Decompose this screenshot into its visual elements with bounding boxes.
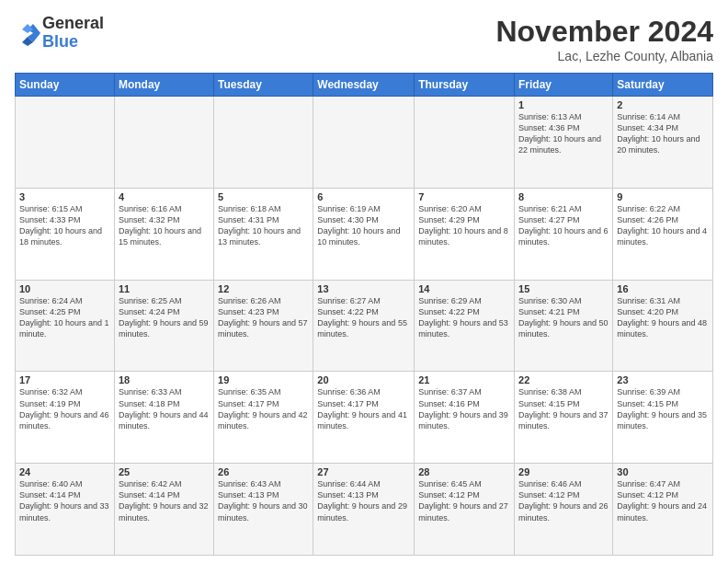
- day-info: Sunrise: 6:13 AM Sunset: 4:36 PM Dayligh…: [518, 111, 609, 156]
- day-number: 17: [19, 374, 110, 385]
- calendar-cell: 28Sunrise: 6:45 AM Sunset: 4:12 PM Dayli…: [415, 464, 515, 556]
- calendar: Sunday Monday Tuesday Wednesday Thursday…: [15, 73, 713, 556]
- header-sunday: Sunday: [16, 74, 115, 97]
- day-number: 25: [119, 466, 210, 477]
- day-number: 20: [317, 374, 410, 385]
- day-info: Sunrise: 6:39 AM Sunset: 4:15 PM Dayligh…: [617, 386, 709, 431]
- calendar-cell: 26Sunrise: 6:43 AM Sunset: 4:13 PM Dayli…: [214, 464, 313, 556]
- calendar-cell: 1Sunrise: 6:13 AM Sunset: 4:36 PM Daylig…: [515, 97, 613, 189]
- header-monday: Monday: [114, 74, 213, 97]
- day-number: 2: [617, 99, 709, 110]
- header-tuesday: Tuesday: [214, 74, 313, 97]
- day-number: 15: [518, 283, 609, 294]
- day-info: Sunrise: 6:42 AM Sunset: 4:14 PM Dayligh…: [119, 478, 210, 523]
- day-info: Sunrise: 6:33 AM Sunset: 4:18 PM Dayligh…: [119, 386, 210, 431]
- page: General Blue November 2024 Lac, Lezhe Co…: [0, 0, 728, 563]
- day-info: Sunrise: 6:46 AM Sunset: 4:12 PM Dayligh…: [518, 478, 609, 523]
- day-number: 5: [218, 191, 309, 202]
- day-number: 3: [19, 191, 110, 202]
- header: General Blue November 2024 Lac, Lezhe Co…: [15, 15, 713, 63]
- day-number: 24: [19, 466, 110, 477]
- calendar-cell: 29Sunrise: 6:46 AM Sunset: 4:12 PM Dayli…: [515, 464, 613, 556]
- calendar-cell: 23Sunrise: 6:39 AM Sunset: 4:15 PM Dayli…: [613, 372, 713, 464]
- day-number: 12: [218, 283, 309, 294]
- calendar-cell: [214, 97, 313, 189]
- calendar-body: 1Sunrise: 6:13 AM Sunset: 4:36 PM Daylig…: [16, 97, 713, 556]
- day-info: Sunrise: 6:35 AM Sunset: 4:17 PM Dayligh…: [218, 386, 309, 431]
- day-number: 4: [119, 191, 210, 202]
- header-row: Sunday Monday Tuesday Wednesday Thursday…: [16, 74, 713, 97]
- day-number: 16: [617, 283, 709, 294]
- calendar-cell: 27Sunrise: 6:44 AM Sunset: 4:13 PM Dayli…: [313, 464, 415, 556]
- logo: General Blue: [15, 15, 104, 52]
- logo-icon: [15, 20, 40, 46]
- day-number: 7: [418, 191, 510, 202]
- day-info: Sunrise: 6:22 AM Sunset: 4:26 PM Dayligh…: [617, 203, 709, 248]
- day-info: Sunrise: 6:14 AM Sunset: 4:34 PM Dayligh…: [617, 111, 709, 156]
- day-number: 28: [418, 466, 510, 477]
- calendar-cell: 3Sunrise: 6:15 AM Sunset: 4:33 PM Daylig…: [16, 188, 115, 280]
- calendar-cell: 17Sunrise: 6:32 AM Sunset: 4:19 PM Dayli…: [16, 372, 115, 464]
- day-number: 9: [617, 191, 709, 202]
- day-number: 11: [119, 283, 210, 294]
- day-info: Sunrise: 6:31 AM Sunset: 4:20 PM Dayligh…: [617, 295, 709, 340]
- calendar-cell: [415, 97, 515, 189]
- calendar-cell: 14Sunrise: 6:29 AM Sunset: 4:22 PM Dayli…: [415, 280, 515, 372]
- day-info: Sunrise: 6:20 AM Sunset: 4:29 PM Dayligh…: [418, 203, 510, 248]
- day-info: Sunrise: 6:29 AM Sunset: 4:22 PM Dayligh…: [418, 295, 510, 340]
- calendar-cell: 22Sunrise: 6:38 AM Sunset: 4:15 PM Dayli…: [515, 372, 613, 464]
- day-info: Sunrise: 6:32 AM Sunset: 4:19 PM Dayligh…: [19, 386, 110, 431]
- day-info: Sunrise: 6:24 AM Sunset: 4:25 PM Dayligh…: [19, 295, 110, 340]
- calendar-week-0: 1Sunrise: 6:13 AM Sunset: 4:36 PM Daylig…: [16, 97, 713, 189]
- calendar-cell: 9Sunrise: 6:22 AM Sunset: 4:26 PM Daylig…: [613, 188, 713, 280]
- calendar-cell: [114, 97, 213, 189]
- header-saturday: Saturday: [613, 74, 713, 97]
- day-info: Sunrise: 6:36 AM Sunset: 4:17 PM Dayligh…: [317, 386, 410, 431]
- calendar-cell: 24Sunrise: 6:40 AM Sunset: 4:14 PM Dayli…: [16, 464, 115, 556]
- calendar-cell: [16, 97, 115, 189]
- day-number: 14: [418, 283, 510, 294]
- logo-blue-text: Blue: [42, 33, 104, 52]
- day-number: 6: [317, 191, 410, 202]
- day-number: 22: [518, 374, 609, 385]
- day-info: Sunrise: 6:19 AM Sunset: 4:30 PM Dayligh…: [317, 203, 410, 248]
- title-area: November 2024 Lac, Lezhe County, Albania: [495, 15, 713, 63]
- day-info: Sunrise: 6:37 AM Sunset: 4:16 PM Dayligh…: [418, 386, 510, 431]
- calendar-cell: 25Sunrise: 6:42 AM Sunset: 4:14 PM Dayli…: [114, 464, 213, 556]
- day-info: Sunrise: 6:16 AM Sunset: 4:32 PM Dayligh…: [119, 203, 210, 248]
- day-number: 30: [617, 466, 709, 477]
- location: Lac, Lezhe County, Albania: [495, 49, 713, 63]
- day-info: Sunrise: 6:25 AM Sunset: 4:24 PM Dayligh…: [119, 295, 210, 340]
- header-thursday: Thursday: [415, 74, 515, 97]
- day-number: 26: [218, 466, 309, 477]
- calendar-cell: 21Sunrise: 6:37 AM Sunset: 4:16 PM Dayli…: [415, 372, 515, 464]
- day-info: Sunrise: 6:26 AM Sunset: 4:23 PM Dayligh…: [218, 295, 309, 340]
- day-info: Sunrise: 6:38 AM Sunset: 4:15 PM Dayligh…: [518, 386, 609, 431]
- calendar-cell: 7Sunrise: 6:20 AM Sunset: 4:29 PM Daylig…: [415, 188, 515, 280]
- day-number: 1: [518, 99, 609, 110]
- calendar-cell: 10Sunrise: 6:24 AM Sunset: 4:25 PM Dayli…: [16, 280, 115, 372]
- calendar-cell: 11Sunrise: 6:25 AM Sunset: 4:24 PM Dayli…: [114, 280, 213, 372]
- header-wednesday: Wednesday: [313, 74, 415, 97]
- month-title: November 2024: [495, 15, 713, 49]
- day-number: 8: [518, 191, 609, 202]
- calendar-cell: 16Sunrise: 6:31 AM Sunset: 4:20 PM Dayli…: [613, 280, 713, 372]
- calendar-cell: 12Sunrise: 6:26 AM Sunset: 4:23 PM Dayli…: [214, 280, 313, 372]
- calendar-week-3: 17Sunrise: 6:32 AM Sunset: 4:19 PM Dayli…: [16, 372, 713, 464]
- day-info: Sunrise: 6:43 AM Sunset: 4:13 PM Dayligh…: [218, 478, 309, 523]
- logo-text: General Blue: [42, 15, 104, 52]
- calendar-week-2: 10Sunrise: 6:24 AM Sunset: 4:25 PM Dayli…: [16, 280, 713, 372]
- calendar-cell: 15Sunrise: 6:30 AM Sunset: 4:21 PM Dayli…: [515, 280, 613, 372]
- day-info: Sunrise: 6:47 AM Sunset: 4:12 PM Dayligh…: [617, 478, 709, 523]
- calendar-week-4: 24Sunrise: 6:40 AM Sunset: 4:14 PM Dayli…: [16, 464, 713, 556]
- day-number: 27: [317, 466, 410, 477]
- calendar-week-1: 3Sunrise: 6:15 AM Sunset: 4:33 PM Daylig…: [16, 188, 713, 280]
- day-number: 18: [119, 374, 210, 385]
- calendar-cell: 13Sunrise: 6:27 AM Sunset: 4:22 PM Dayli…: [313, 280, 415, 372]
- day-info: Sunrise: 6:27 AM Sunset: 4:22 PM Dayligh…: [317, 295, 410, 340]
- calendar-cell: [313, 97, 415, 189]
- calendar-cell: 6Sunrise: 6:19 AM Sunset: 4:30 PM Daylig…: [313, 188, 415, 280]
- logo-general-text: General: [42, 15, 104, 33]
- day-info: Sunrise: 6:44 AM Sunset: 4:13 PM Dayligh…: [317, 478, 410, 523]
- calendar-cell: 2Sunrise: 6:14 AM Sunset: 4:34 PM Daylig…: [613, 97, 713, 189]
